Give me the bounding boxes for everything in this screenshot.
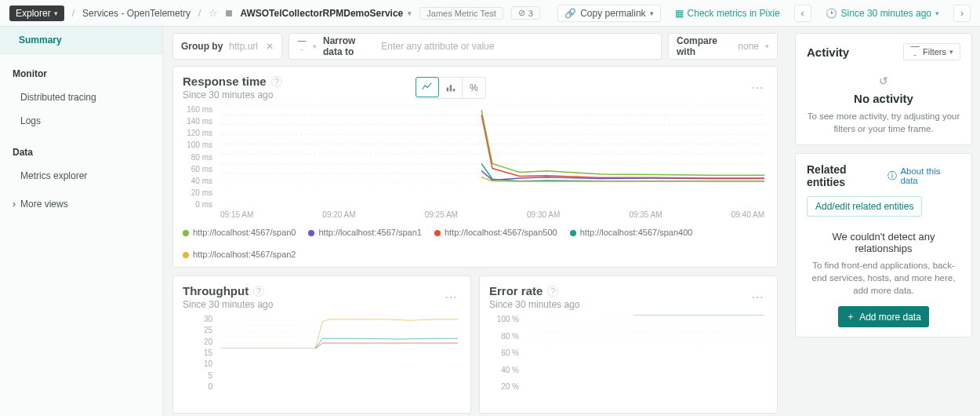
throughput-subtitle: Since 30 minutes ago xyxy=(183,299,273,310)
metric-test-chip[interactable]: James Metric Test xyxy=(419,7,503,20)
legend-item[interactable]: http://localhost:4567/span500 xyxy=(434,228,557,237)
explorer-pill[interactable]: Explorer ▾ xyxy=(9,5,64,21)
add-more-label: Add more data xyxy=(859,312,921,323)
info-icon[interactable]: ? xyxy=(547,286,558,297)
time-range-picker[interactable]: 🕑 Since 30 minutes ago ▾ xyxy=(819,5,946,21)
view-toggle: % xyxy=(416,77,486,99)
sidebar-item-metrics-explorer[interactable]: Metrics explorer xyxy=(0,164,162,188)
clock-icon: 🕑 xyxy=(826,8,837,19)
clear-groupby-icon[interactable]: ✕ xyxy=(266,41,274,52)
no-activity-title: No activity xyxy=(807,92,960,105)
time-prev-button[interactable]: ‹ xyxy=(794,5,811,22)
activity-filters-button[interactable]: Filters ▾ xyxy=(903,43,960,60)
main-content: Group by http.url ✕ ▾ Narrow data to Com… xyxy=(163,27,787,416)
throughput-title: Throughput xyxy=(183,284,249,297)
copy-permalink-button[interactable]: 🔗 Copy permalink ▾ xyxy=(557,5,660,22)
throughput-panel: Throughput ? Since 30 minutes ago ⋯ 3025… xyxy=(172,276,471,414)
tag-count: 3 xyxy=(528,9,533,18)
groupby-value: http.url xyxy=(229,41,258,52)
panel-menu-icon[interactable]: ⋯ xyxy=(748,290,768,305)
chevron-down-icon: ▾ xyxy=(650,9,654,17)
chevron-down-icon: ▾ xyxy=(54,9,58,17)
info-icon[interactable]: ? xyxy=(271,76,282,87)
sidebar-section-monitor: Monitor xyxy=(0,54,162,86)
separator: / xyxy=(72,8,74,19)
error-title: Error rate xyxy=(489,284,543,297)
sidebar-item-logs[interactable]: Logs xyxy=(0,109,162,133)
sidebar-item-tracing[interactable]: Distributed tracing xyxy=(0,86,162,109)
explorer-label: Explorer xyxy=(16,8,51,19)
about-label: About this data xyxy=(900,166,960,185)
info-icon[interactable]: ? xyxy=(253,286,264,297)
error-rate-panel: Error rate ? Since 30 minutes ago ⋯ 100 … xyxy=(479,276,778,414)
sidebar-section-data: Data xyxy=(0,133,162,164)
compare-control[interactable]: Compare with none ▾ xyxy=(668,33,778,60)
about-data-link[interactable]: ⓘ About this data xyxy=(887,166,960,185)
chevron-down-icon[interactable]: ▾ xyxy=(313,42,317,50)
related-entities-panel: Related entities ⓘ About this data Add/e… xyxy=(795,153,972,338)
legend-item[interactable]: http://localhost:4567/span2 xyxy=(183,250,296,259)
entity-selector[interactable]: AWSOTelCollectorRPMDemoService ▾ xyxy=(240,8,412,19)
panel-menu-icon[interactable]: ⋯ xyxy=(441,290,461,305)
grid-icon: ▦ xyxy=(675,8,684,19)
activity-panel: Activity Filters ▾ ↺ No activity To see … xyxy=(795,33,972,145)
funnel-icon xyxy=(297,41,307,53)
panel-menu-icon[interactable]: ⋯ xyxy=(748,80,768,95)
view-line-button[interactable] xyxy=(416,77,439,97)
tag-count-chip[interactable]: ⊘ 3 xyxy=(511,6,540,20)
undo-icon: ↺ xyxy=(807,75,960,87)
chevron-down-icon: ▾ xyxy=(408,9,412,17)
link-icon: 🔗 xyxy=(564,8,576,19)
groupby-control[interactable]: Group by http.url ✕ xyxy=(172,33,282,60)
related-title: Related entities xyxy=(807,163,887,188)
legend-item[interactable]: http://localhost:4567/span1 xyxy=(308,228,421,237)
compare-value: none xyxy=(738,41,759,52)
svg-rect-2 xyxy=(453,89,455,91)
view-bar-button[interactable] xyxy=(438,78,462,98)
related-empty-title: We couldn't detect any relationships xyxy=(807,231,960,254)
response-legend: http://localhost:4567/span0http://localh… xyxy=(183,228,768,259)
chevron-down-icon: ▾ xyxy=(765,42,769,50)
error-chart: 100 %80 %60 %40 %20 % xyxy=(489,315,768,405)
add-edit-related-button[interactable]: Add/edit related entities xyxy=(807,196,922,217)
filters-label: Filters xyxy=(923,47,946,57)
health-status-icon xyxy=(226,10,232,16)
groupby-label: Group by xyxy=(181,41,223,52)
breadcrumb-services[interactable]: Services - OpenTelemetry xyxy=(82,8,191,19)
pixie-label: Check metrics in Pixie xyxy=(688,8,780,19)
entity-name: AWSOTelCollectorRPMDemoService xyxy=(240,8,403,19)
response-subtitle: Since 30 minutes ago xyxy=(183,89,282,100)
chevron-right-icon: › xyxy=(13,199,16,210)
related-empty-body: To find front-end applications, back-end… xyxy=(807,259,960,297)
sidebar-summary-tab[interactable]: Summary xyxy=(0,27,162,54)
chevron-down-icon: ▾ xyxy=(935,9,939,17)
sidebar: Summary Monitor Distributed tracing Logs… xyxy=(0,27,163,416)
error-subtitle: Since 30 minutes ago xyxy=(489,299,579,310)
compare-label: Compare with xyxy=(677,35,731,57)
right-column: Activity Filters ▾ ↺ No activity To see … xyxy=(787,27,980,416)
throughput-chart: 302520151050 xyxy=(183,315,461,405)
legend-item[interactable]: http://localhost:4567/span400 xyxy=(570,228,693,237)
activity-title: Activity xyxy=(807,46,849,59)
narrow-control[interactable]: ▾ Narrow data to xyxy=(289,33,662,60)
svg-rect-1 xyxy=(449,85,451,91)
legend-item[interactable]: http://localhost:4567/span0 xyxy=(183,228,296,237)
narrow-input[interactable] xyxy=(379,40,653,53)
funnel-icon xyxy=(910,46,920,57)
no-activity-hint: To see more activity, try adjusting your… xyxy=(807,110,960,135)
svg-rect-0 xyxy=(446,88,448,92)
copy-permalink-label: Copy permalink xyxy=(580,8,645,19)
plus-icon: ＋ xyxy=(846,310,855,323)
add-more-data-button[interactable]: ＋ Add more data xyxy=(838,306,929,327)
favorite-star-icon[interactable]: ☆ xyxy=(209,7,218,19)
sidebar-more-views[interactable]: › More views xyxy=(0,188,162,221)
narrow-label: Narrow data to xyxy=(323,35,373,57)
info-icon: ⓘ xyxy=(887,170,897,182)
header-bar: Explorer ▾ / Services - OpenTelemetry / … xyxy=(0,0,980,27)
response-time-panel: Response time ? Since 30 minutes ago % ⋯… xyxy=(172,66,778,268)
check-pixie-link[interactable]: ▦ Check metrics in Pixie xyxy=(669,5,786,21)
response-chart: 160 ms140 ms120 ms100 ms80 ms60 ms40 ms2… xyxy=(183,105,768,223)
time-next-button[interactable]: › xyxy=(953,5,971,22)
view-percent-button[interactable]: % xyxy=(462,78,485,98)
tag-icon: ⊘ xyxy=(518,8,525,18)
